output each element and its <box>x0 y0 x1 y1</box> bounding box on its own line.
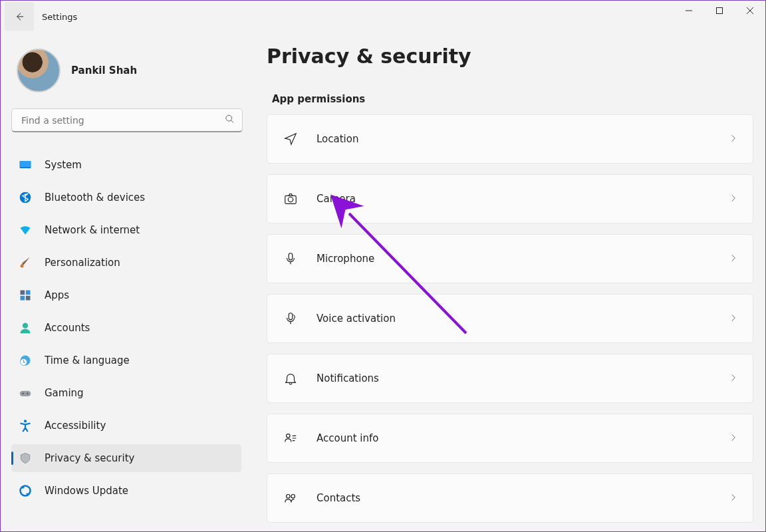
svg-point-10 <box>23 323 28 329</box>
card-microphone[interactable]: Microphone <box>267 234 753 283</box>
sidebar-item-label: Personalization <box>45 257 120 269</box>
minimize-button[interactable] <box>674 1 704 21</box>
sidebar-item-label: System <box>45 159 82 171</box>
accessibility-icon <box>18 418 33 433</box>
sidebar-item-label: Privacy & security <box>45 452 134 464</box>
svg-point-1 <box>226 115 232 121</box>
search-box <box>11 108 243 132</box>
sidebar-item-time[interactable]: Time & language <box>11 346 241 374</box>
sidebar-item-label: Apps <box>45 289 69 301</box>
chevron-right-icon <box>729 133 738 146</box>
sidebar-item-label: Bluetooth & devices <box>45 192 145 203</box>
person-icon <box>18 321 33 335</box>
search-input[interactable] <box>11 108 243 132</box>
sidebar-item-accounts[interactable]: Accounts <box>11 314 241 342</box>
app-title: Settings <box>42 12 77 22</box>
svg-rect-6 <box>21 291 25 295</box>
svg-point-23 <box>287 495 291 499</box>
svg-point-19 <box>288 197 293 201</box>
svg-point-22 <box>287 434 291 438</box>
bluetooth-icon <box>18 190 33 205</box>
sidebar-item-privacy[interactable]: Privacy & security <box>11 444 241 472</box>
svg-rect-0 <box>717 8 723 14</box>
sidebar-item-label: Time & language <box>45 354 130 366</box>
clock-globe-icon <box>18 353 33 368</box>
camera-icon <box>282 190 299 207</box>
card-label: Notifications <box>317 372 729 384</box>
card-contacts[interactable]: Contacts <box>267 473 753 523</box>
titlebar: Settings <box>1 1 765 33</box>
maximize-icon <box>716 7 723 14</box>
arrow-left-icon <box>14 11 25 22</box>
card-label: Camera <box>317 193 729 205</box>
shield-icon <box>18 451 33 466</box>
wifi-icon <box>18 223 33 237</box>
card-notifications[interactable]: Notifications <box>267 354 753 403</box>
sidebar-item-label: Windows Update <box>45 485 128 497</box>
paintbrush-icon <box>18 255 33 270</box>
sidebar-item-accessibility[interactable]: Accessibility <box>11 412 241 440</box>
sidebar-item-network[interactable]: Network & internet <box>11 216 241 244</box>
card-voice-activation[interactable]: Voice activation <box>267 294 753 343</box>
sidebar-item-label: Accessibility <box>45 420 106 432</box>
chevron-right-icon <box>729 492 738 505</box>
card-label: Contacts <box>317 492 729 504</box>
apps-icon <box>18 288 33 303</box>
card-label: Microphone <box>317 253 729 265</box>
sidebar-item-label: Accounts <box>45 322 90 334</box>
voice-icon <box>282 310 299 327</box>
svg-rect-20 <box>289 253 293 260</box>
microphone-icon <box>282 250 299 267</box>
chevron-right-icon <box>729 372 738 385</box>
card-account-info[interactable]: Account info <box>267 414 753 463</box>
card-label: Location <box>317 133 729 145</box>
minimize-icon <box>686 7 692 14</box>
sidebar-item-label: Network & internet <box>45 224 140 236</box>
sidebar-item-gaming[interactable]: Gaming <box>11 379 241 407</box>
svg-rect-7 <box>26 291 31 295</box>
sidebar-item-update[interactable]: Windows Update <box>11 477 241 505</box>
svg-point-24 <box>291 495 295 499</box>
svg-point-15 <box>27 393 29 395</box>
sidebar-item-personalization[interactable]: Personalization <box>11 249 241 277</box>
svg-point-16 <box>24 420 27 422</box>
sidebar-item-system[interactable]: System <box>11 151 241 179</box>
window-controls <box>674 1 765 21</box>
bell-icon <box>282 370 299 387</box>
svg-point-17 <box>21 486 31 496</box>
chevron-right-icon <box>729 253 738 265</box>
location-arrow-icon <box>282 130 299 148</box>
chevron-right-icon <box>729 432 738 445</box>
card-label: Voice activation <box>317 313 729 325</box>
update-icon <box>18 483 33 498</box>
card-camera[interactable]: Camera <box>267 174 753 223</box>
svg-point-5 <box>21 265 24 268</box>
account-info-icon <box>282 430 299 447</box>
main-content: Privacy & security App permissions Locat… <box>247 33 765 532</box>
sidebar: Pankil Shah System Bluetooth & devices N… <box>1 33 247 532</box>
svg-rect-13 <box>20 391 31 396</box>
page-title: Privacy & security <box>267 45 752 68</box>
user-name: Pankil Shah <box>71 65 137 76</box>
svg-rect-3 <box>20 161 31 167</box>
card-label: Account info <box>317 432 729 444</box>
chevron-right-icon <box>729 193 738 205</box>
svg-point-14 <box>22 393 24 395</box>
back-button[interactable] <box>5 2 34 31</box>
svg-rect-21 <box>289 313 293 320</box>
close-button[interactable] <box>735 1 765 21</box>
profile-block[interactable]: Pankil Shah <box>11 45 241 108</box>
chevron-right-icon <box>729 313 738 325</box>
maximize-button[interactable] <box>704 1 735 21</box>
card-location[interactable]: Location <box>267 114 753 164</box>
sidebar-item-label: Gaming <box>45 387 84 399</box>
section-header: App permissions <box>272 93 752 105</box>
monitor-icon <box>18 158 33 172</box>
search-icon <box>225 114 235 127</box>
close-icon <box>747 7 753 14</box>
gamepad-icon <box>18 386 33 400</box>
sidebar-item-apps[interactable]: Apps <box>11 281 241 309</box>
svg-rect-9 <box>26 296 31 301</box>
avatar <box>17 49 61 92</box>
sidebar-item-bluetooth[interactable]: Bluetooth & devices <box>11 184 241 211</box>
